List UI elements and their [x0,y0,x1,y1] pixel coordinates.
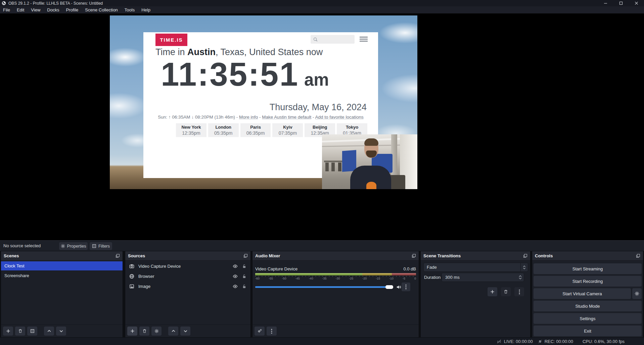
timeis-logo: TIME.IS [155,34,187,46]
controls-panel-header[interactable]: Controls [532,251,643,261]
source-properties-button[interactable] [151,327,162,336]
webcam-source [322,134,417,189]
mixer-options-button[interactable] [402,283,410,291]
menu-scene-collection[interactable]: Scene Collection [82,7,121,13]
hamburger-menu-icon [360,37,368,42]
spinner-arrows-icon[interactable] [519,275,522,279]
source-row-image[interactable]: Image [125,282,250,291]
minimize-button[interactable] [598,0,613,6]
volume-slider-handle[interactable] [385,285,393,289]
popout-icon [636,254,640,258]
controls-panel: Controls Start Streaming Start Recording… [532,251,643,338]
close-button[interactable] [629,0,644,6]
menu-file[interactable]: File [0,7,13,13]
source-label: Video Capture Device [138,264,181,269]
scene-transitions-title: Scene Transitions [423,253,461,258]
program-canvas[interactable]: TIME.IS Time in Austin, Texas, United St… [110,15,417,189]
start-virtual-camera-button[interactable]: Start Virtual Camera [534,288,631,299]
advanced-audio-button[interactable] [255,327,265,336]
remove-scene-button[interactable] [15,327,25,336]
sources-panel-title: Sources [128,253,145,258]
add-scene-button[interactable] [3,327,13,336]
speaker-icon[interactable] [396,285,401,290]
lock-icon[interactable] [242,274,246,278]
menu-edit[interactable]: Edit [14,7,27,13]
record-inactive-icon [538,339,542,344]
add-transition-button[interactable] [488,287,497,296]
studio-mode-button[interactable]: Studio Mode [534,301,642,311]
mixer-toolbar [252,325,419,337]
scene-down-button[interactable] [56,327,66,336]
mixer-db-value: 0.0 dB [403,266,416,271]
scene-item-clock-test[interactable]: Clock Test [1,261,123,270]
settings-button[interactable]: Settings [534,313,642,324]
sources-panel: Sources Video Capture Device Browser [125,251,251,338]
source-label: Browser [138,274,154,279]
visibility-eye-icon[interactable] [233,264,238,269]
volume-slider[interactable] [255,286,393,288]
menu-tools[interactable]: Tools [122,7,137,13]
duration-input[interactable]: 300 ms [442,273,524,282]
source-down-button[interactable] [180,327,190,336]
source-up-button[interactable] [168,327,178,336]
globe-icon [129,274,134,279]
timeis-date: Thursday, May 16, 2024 [270,102,367,113]
source-toolbar: No source selected Properties Filters [0,240,644,251]
add-source-button[interactable] [127,327,137,336]
virtual-camera-settings-button[interactable] [632,288,642,299]
scene-item-screenshare[interactable]: Screenshare [1,271,123,280]
cpu-status: CPU: 0.6%, 30.00 fps [583,339,625,344]
start-recording-button[interactable]: Start Recording [534,276,642,287]
lock-icon[interactable] [242,264,246,268]
menu-view[interactable]: View [28,7,43,13]
exit-button[interactable]: Exit [534,326,642,336]
obs-window: OBS 29.1.2 - Profile: LLHLS BETA - Scene… [0,0,644,345]
maximize-button[interactable] [613,0,629,6]
sun-info: Sun: ↑ 06:35AM ↓ 08:20PM (13h 46m) [158,115,235,120]
rec-status: REC: 00:00:00 [538,339,573,344]
transition-select[interactable]: Fade [423,263,528,272]
make-default-link: Make Austin time default [262,115,311,120]
filter-icon [92,244,96,248]
sources-panel-header[interactable]: Sources [125,251,250,261]
scenes-panel-header[interactable]: Scenes [1,251,123,261]
scene-transitions-header[interactable]: Scene Transitions [421,251,530,261]
mixer-channel-name: Video Capture Device [255,266,297,271]
transition-options-button[interactable] [514,287,524,296]
remove-transition-button[interactable] [501,287,511,296]
mixer-menu-button[interactable] [267,327,277,336]
menu-profile[interactable]: Profile [63,7,81,13]
audio-mixer-header[interactable]: Audio Mixer [252,251,419,261]
search-icon [313,37,318,42]
status-bar: LIVE: 00:00:00 REC: 00:00:00 CPU: 0.6%, … [0,338,644,345]
audio-mixer-title: Audio Mixer [255,253,280,258]
city-box-kyiv: Kyiv07:35pm [272,123,303,137]
visibility-eye-icon[interactable] [233,284,238,289]
menu-help[interactable]: Help [139,7,153,13]
window-title: OBS 29.1.2 - Profile: LLHLS BETA - Scene… [8,1,103,6]
scene-filters-button[interactable] [27,327,37,336]
obs-logo-icon [2,1,6,5]
remove-source-button[interactable] [139,327,149,336]
scene-transitions-panel: Scene Transitions Fade Duration 300 ms [420,251,531,338]
scenes-panel: Scenes Clock Test Screenshare [1,251,123,338]
preview-area: TIME.IS Time in Austin, Texas, United St… [0,13,644,240]
timeis-sun-line: Sun: ↑ 06:35AM ↓ 08:20PM (13h 46m) - Mor… [143,115,378,120]
properties-button[interactable]: Properties [59,242,88,250]
start-streaming-button[interactable]: Start Streaming [534,263,642,274]
audio-mixer-panel: Audio Mixer Video Capture Device 0.0 dB … [252,251,419,338]
menu-docks[interactable]: Docks [44,7,62,13]
lock-icon[interactable] [242,284,246,289]
source-row-browser[interactable]: Browser [125,271,250,281]
clock-digits: 11:35:51 [161,56,299,93]
filters-button[interactable]: Filters [90,242,112,250]
source-row-video-capture[interactable]: Video Capture Device [125,261,250,271]
live-status: LIVE: 00:00:00 [497,339,533,344]
visibility-eye-icon[interactable] [233,274,238,279]
popout-icon [412,254,416,258]
transition-value: Fade [427,265,437,270]
sources-toolbar [125,325,250,337]
camera-icon [129,264,134,269]
menu-bar: File Edit View Docks Profile Scene Colle… [0,6,644,13]
scene-up-button[interactable] [44,327,54,336]
